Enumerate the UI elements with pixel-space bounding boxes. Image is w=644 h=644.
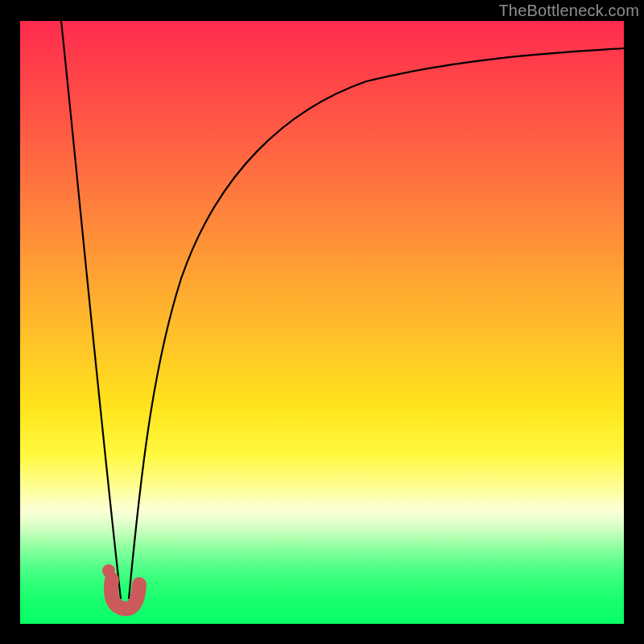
curve-overlay [20, 21, 624, 624]
watermark-text: TheBottleneck.com [498, 2, 639, 20]
plot-frame [20, 21, 624, 624]
valley-worm [111, 580, 139, 609]
right-ascending-curve [129, 48, 624, 599]
left-descending-curve [61, 21, 121, 599]
